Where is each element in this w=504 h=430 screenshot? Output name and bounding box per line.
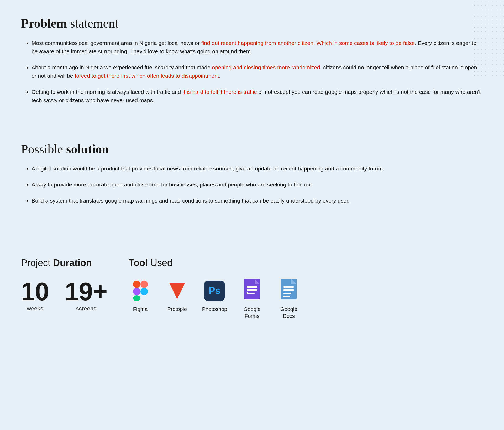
svg-rect-12 (247, 286, 248, 287)
duration-title-bold: Duration (53, 257, 92, 268)
svg-rect-13 (247, 289, 248, 291)
svg-rect-10 (247, 289, 257, 291)
section-spacer-2 (21, 221, 483, 242)
photoshop-icon-box: Ps (204, 281, 225, 301)
problem-bullet-2-text-before: About a month ago in Nigeria we experien… (32, 64, 212, 70)
photoshop-label: Photoshop (202, 306, 227, 313)
problem-bullet-1-highlight: find out recent happening from another c… (201, 40, 415, 46)
bottom-section: Project Duration 10 weeks 19+ screens To… (21, 257, 483, 319)
problem-bullet-3-text-before: Getting to work in the morning is always… (32, 89, 182, 95)
tool-photoshop: Ps Photoshop (202, 279, 227, 313)
duration-weeks-label: weeks (21, 305, 49, 312)
svg-rect-3 (133, 295, 140, 301)
solution-title: Possible solution (21, 142, 483, 157)
problem-title-bold: Problem (21, 16, 67, 30)
solution-bullet-3: Build a system that translates google ma… (32, 196, 483, 205)
dot-pattern-decoration (472, 0, 504, 79)
protopie-label: Protopie (167, 306, 187, 313)
tool-protopie: Protopie (165, 279, 189, 313)
tools-grid: Figma Protopie Ps Photoshop (129, 279, 483, 319)
tool-figma: Figma (129, 279, 152, 313)
problem-bullet-1: Most communities/local government area i… (32, 39, 483, 56)
tools-title-normal: Used (148, 257, 172, 268)
solution-title-normal: Possible (21, 142, 66, 156)
problem-section: Problem statement Most communities/local… (21, 16, 483, 105)
duration-screens-label: screens (65, 305, 108, 312)
duration-screens-number: 19+ (65, 279, 108, 304)
problem-bullet-2-highlight2: forced to get there first which often le… (75, 73, 219, 79)
problem-bullet-3: Getting to work in the morning is always… (32, 88, 483, 105)
tools-block: Tool Used Figma (129, 257, 483, 319)
section-spacer (21, 121, 483, 142)
problem-bullet-2-highlight1: opening and closing times more randomize… (212, 64, 320, 70)
svg-rect-21 (284, 296, 290, 297)
photoshop-icon: Ps (203, 279, 226, 303)
svg-rect-18 (284, 286, 294, 288)
tools-title: Tool Used (129, 257, 483, 268)
problem-bullet-1-text-before: Most communities/local government area i… (32, 40, 201, 46)
duration-numbers: 10 weeks 19+ screens (21, 279, 108, 312)
problem-bullet-3-highlight: it is hard to tell if there is traffic (182, 89, 257, 95)
google-forms-icon (240, 279, 264, 303)
solution-bullet-list: A digital solution would be a product th… (21, 164, 483, 205)
protopie-icon (165, 279, 189, 303)
svg-rect-20 (284, 293, 291, 294)
google-forms-label: GoogleForms (244, 306, 261, 319)
duration-screens: 19+ screens (65, 279, 108, 312)
problem-bullet-list: Most communities/local government area i… (21, 39, 483, 105)
svg-rect-9 (247, 286, 257, 288)
problem-title-normal: statement (67, 16, 118, 30)
tools-title-bold: Tool (129, 257, 148, 268)
duration-weeks-number: 10 (21, 279, 49, 304)
duration-weeks: 10 weeks (21, 279, 49, 312)
google-docs-icon (277, 279, 301, 303)
svg-rect-1 (140, 281, 148, 288)
solution-bullet-1: A digital solution would be a product th… (32, 164, 483, 173)
figma-icon (129, 279, 152, 303)
problem-title: Problem statement (21, 16, 483, 31)
svg-marker-5 (169, 283, 185, 299)
google-docs-label: GoogleDocs (280, 306, 297, 319)
duration-title-normal: Project (21, 257, 53, 268)
problem-bullet-2: About a month ago in Nigeria we experien… (32, 63, 483, 80)
svg-rect-0 (133, 281, 140, 288)
tool-google-forms: GoogleForms (240, 279, 264, 319)
solution-bullet-2: A way to provide more accurate open and … (32, 180, 483, 189)
duration-title: Project Duration (21, 257, 108, 268)
svg-rect-19 (284, 289, 294, 291)
solution-section: Possible solution A digital solution wou… (21, 142, 483, 205)
problem-bullet-2-text-after: . (219, 73, 220, 79)
svg-rect-14 (247, 292, 248, 294)
figma-label: Figma (133, 306, 148, 313)
duration-block: Project Duration 10 weeks 19+ screens (21, 257, 108, 312)
svg-rect-2 (133, 288, 140, 295)
solution-title-bold: solution (66, 142, 109, 156)
svg-point-4 (140, 288, 148, 295)
tool-google-docs: GoogleDocs (277, 279, 301, 319)
